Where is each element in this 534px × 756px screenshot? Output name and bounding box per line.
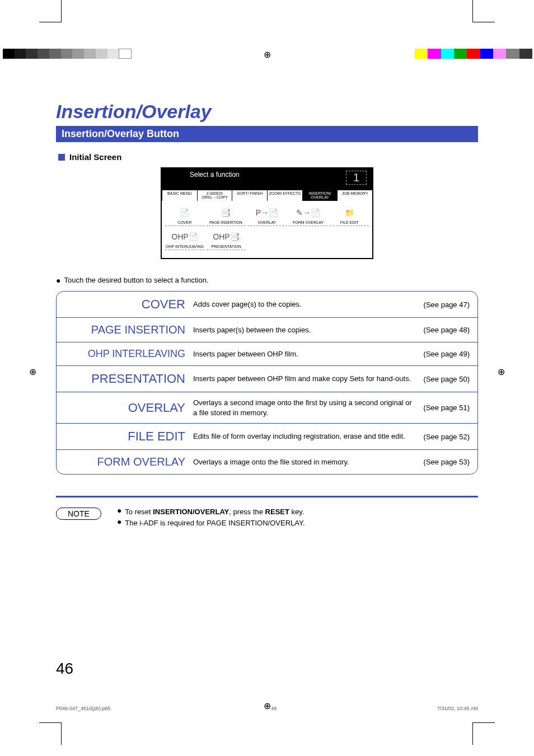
crop-marks-top: ⊕ bbox=[0, 0, 534, 62]
form-overlay-icon: ✎→📄 bbox=[289, 205, 328, 220]
overlay-icon: P→📄 bbox=[247, 205, 287, 220]
function-desc: Inserts paper between OHP film. bbox=[193, 349, 418, 359]
function-name: COVER bbox=[64, 297, 188, 312]
copy-count-display: 1 bbox=[346, 171, 367, 185]
cover-icon: 📄 bbox=[165, 205, 204, 220]
bullet-icon: ● bbox=[117, 518, 121, 529]
note-line: ● The i-ADF is required for PAGE INSERTI… bbox=[117, 518, 305, 529]
note-line: ● To reset INSERTION/OVERLAY, press the … bbox=[117, 506, 305, 518]
function-page-ref: (See page 48) bbox=[424, 326, 470, 334]
page-insertion-button[interactable]: 📑PAGE INSERTION bbox=[207, 205, 246, 226]
file-edit-icon: 📁 bbox=[330, 205, 369, 220]
presentation-button[interactable]: OHP📑PRESENTATION bbox=[207, 229, 246, 250]
tab-2sided[interactable]: 2-SIDED/ ORIG.→COPY bbox=[197, 190, 232, 201]
page-number: 46 bbox=[56, 660, 73, 678]
function-table: COVER Adds cover page(s) to the copies. … bbox=[56, 291, 478, 475]
function-name: OVERLAY bbox=[64, 401, 188, 415]
crop-marks-bottom: ⊕ bbox=[0, 683, 534, 745]
square-bullet-icon bbox=[58, 154, 65, 161]
function-name: OHP INTERLEAVING bbox=[64, 348, 188, 360]
table-row: COVER Adds cover page(s) to the copies. … bbox=[57, 292, 477, 317]
note-label: NOTE bbox=[56, 508, 101, 520]
crop-mark bbox=[472, 722, 495, 745]
table-row: OVERLAY Overlays a second image onto the… bbox=[57, 392, 477, 423]
function-name: FILE EDIT bbox=[64, 429, 188, 444]
page-insertion-icon: 📑 bbox=[207, 205, 246, 220]
function-desc: Inserts paper(s) between the copies. bbox=[193, 325, 418, 335]
function-page-ref: (See page 49) bbox=[424, 350, 470, 358]
instruction-text: Touch the desired button to select a fun… bbox=[64, 276, 208, 284]
screen-tabs: BASIC MENU 2-SIDED/ ORIG.→COPY SORT/ FIN… bbox=[162, 190, 372, 201]
function-name: PRESENTATION bbox=[64, 372, 188, 386]
page-title: Insertion/Overlay bbox=[56, 101, 478, 123]
function-name: PAGE INSERTION bbox=[64, 323, 188, 336]
table-row: PRESENTATION Inserts paper between OHP f… bbox=[57, 365, 477, 392]
function-page-ref: (See page 50) bbox=[424, 375, 470, 383]
color-bar bbox=[415, 49, 532, 59]
table-row: OHP INTERLEAVING Inserts paper between O… bbox=[57, 342, 477, 365]
registration-mark-icon: ⊕ bbox=[264, 701, 271, 711]
subheading: Initial Screen bbox=[58, 152, 478, 162]
screen-prompt: Select a function bbox=[162, 168, 372, 179]
function-page-ref: (See page 53) bbox=[424, 458, 470, 466]
section-heading: Insertion/Overlay Button bbox=[56, 126, 478, 142]
subheading-text: Initial Screen bbox=[69, 152, 121, 162]
table-row: FILE EDIT Edits file of form overlay inc… bbox=[57, 423, 477, 449]
registration-mark-icon: ⊕ bbox=[29, 367, 36, 377]
tab-zoom-effects[interactable]: ZOOM/ EFFECTS bbox=[267, 190, 302, 201]
bullet-icon: ● bbox=[117, 506, 121, 518]
function-desc: Adds cover page(s) to the copies. bbox=[193, 299, 418, 309]
bullet-icon: ● bbox=[56, 276, 60, 284]
function-desc: Inserts paper between OHP film and make … bbox=[193, 374, 418, 384]
function-name: FORM OVERLAY bbox=[64, 456, 188, 468]
table-row: PAGE INSERTION Inserts paper(s) between … bbox=[57, 317, 477, 342]
tab-sort-finish[interactable]: SORT/ FINISH bbox=[232, 190, 267, 201]
crop-mark bbox=[39, 0, 62, 22]
overlay-button[interactable]: P→📄OVERLAY bbox=[247, 205, 287, 226]
page-content: Insertion/Overlay Insertion/Overlay Butt… bbox=[56, 101, 478, 528]
form-overlay-button[interactable]: ✎→📄FORM OVERLAY bbox=[289, 205, 328, 226]
note-lines: ● To reset INSERTION/OVERLAY, press the … bbox=[117, 506, 305, 528]
table-row: FORM OVERLAY Overlays a image onto the f… bbox=[57, 449, 477, 474]
tab-insertion-overlay[interactable]: INSERTION/ OVERLAY bbox=[302, 190, 338, 201]
function-desc: Overlays a image onto the file stored in… bbox=[193, 457, 418, 467]
note-block: NOTE ● To reset INSERTION/OVERLAY, press… bbox=[56, 506, 478, 528]
gray-scale-bar bbox=[3, 49, 132, 59]
function-page-ref: (See page 47) bbox=[424, 300, 470, 309]
screen-body: 📄COVER 📑PAGE INSERTION P→📄OVERLAY ✎→📄FOR… bbox=[162, 201, 372, 258]
tab-basic-menu[interactable]: BASIC MENU bbox=[162, 190, 197, 201]
divider-rule bbox=[56, 496, 478, 497]
tab-job-memory[interactable]: JOB MEMORY bbox=[337, 190, 372, 201]
ohp-interleaving-button[interactable]: OHP📄OHP INTERLEAVING bbox=[165, 229, 204, 250]
function-page-ref: (See page 52) bbox=[424, 433, 470, 441]
function-page-ref: (See page 51) bbox=[424, 403, 470, 412]
registration-mark-icon: ⊕ bbox=[498, 367, 505, 377]
presentation-icon: OHP📑 bbox=[207, 229, 246, 244]
registration-mark-icon: ⊕ bbox=[264, 49, 271, 60]
ohp-interleaving-icon: OHP📄 bbox=[165, 229, 204, 244]
function-desc: Edits file of form overlay including reg… bbox=[193, 431, 418, 442]
crop-mark bbox=[472, 0, 495, 22]
cover-button[interactable]: 📄COVER bbox=[165, 205, 204, 226]
file-edit-button[interactable]: 📁FILE EDIT bbox=[330, 205, 369, 226]
screen-header: Select a function 1 BASIC MENU 2-SIDED/ … bbox=[162, 168, 372, 201]
crop-mark bbox=[39, 722, 62, 745]
function-desc: Overlays a second image onto the first b… bbox=[193, 398, 418, 417]
instruction-line: ● Touch the desired button to select a f… bbox=[56, 276, 478, 284]
copier-screen: Select a function 1 BASIC MENU 2-SIDED/ … bbox=[161, 167, 373, 259]
